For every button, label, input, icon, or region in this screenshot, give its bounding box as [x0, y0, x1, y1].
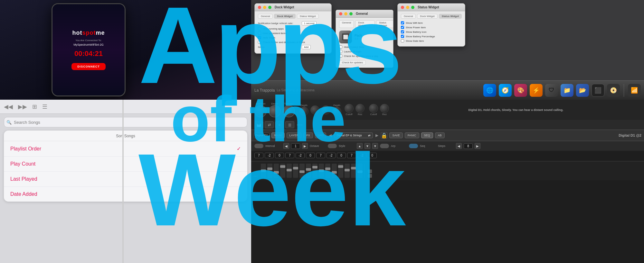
dock-icon-folder2[interactable]: 📂: [576, 84, 589, 97]
search-input[interactable]: [4, 117, 247, 127]
knob-rez1[interactable]: [355, 104, 365, 113]
pack-close-dot[interactable]: [339, 12, 342, 15]
seq-icon-bars[interactable]: |||: [285, 121, 294, 128]
dock-icon-terminal[interactable]: ⬛: [592, 84, 604, 97]
check-persistent[interactable]: [258, 32, 261, 35]
knob-tremolo[interactable]: [283, 105, 295, 117]
forward-icon[interactable]: ▶▶: [18, 103, 27, 110]
tab-dock-widget[interactable]: Dock Widget: [274, 14, 295, 19]
sv-1-2[interactable]: -2: [265, 153, 274, 158]
seq-icon-piano[interactable]: 🎹: [254, 121, 263, 128]
knob-extra2[interactable]: [321, 105, 330, 114]
sort-item-last-played[interactable]: Last Played: [4, 172, 247, 187]
preset-icon-btn[interactable]: 🔒: [381, 132, 387, 139]
sv-1-5[interactable]: -2: [296, 153, 305, 158]
dock-icon-wifi[interactable]: 📶: [628, 84, 641, 97]
small-ctrl-2[interactable]: [368, 174, 372, 178]
status-zoom-dot[interactable]: [411, 6, 414, 9]
small-ctrl-1[interactable]: [368, 169, 372, 173]
slider-10[interactable]: [319, 164, 324, 178]
slider-8[interactable]: [306, 164, 311, 178]
check-updates-btn[interactable]: Check for updates: [339, 60, 366, 65]
status-tab-gen[interactable]: General: [401, 14, 416, 19]
lfo-tab[interactable]: LFO: [315, 132, 327, 138]
slider-15[interactable]: [351, 164, 356, 178]
arp-toggle[interactable]: [254, 144, 263, 148]
fx-tab[interactable]: FX: [303, 132, 313, 138]
dock-icon-app1[interactable]: 📀: [607, 84, 620, 97]
sv-1-10[interactable]: 7: [347, 153, 356, 158]
check-finder[interactable]: [258, 41, 261, 44]
show-date[interactable]: [401, 39, 404, 42]
slider-12[interactable]: [332, 164, 337, 178]
pack-tab-dock[interactable]: Dock Widget: [355, 20, 375, 28]
sv-1-7[interactable]: 7: [316, 153, 325, 158]
sv-1-4[interactable]: 7: [285, 153, 294, 158]
seq-icon-list[interactable]: ≡: [275, 121, 284, 128]
dock-icon-globe[interactable]: 🌐: [483, 84, 496, 97]
steps-inc[interactable]: ▶: [475, 143, 480, 149]
pack-tab-status[interactable]: Status Widget: [376, 20, 393, 28]
slider-1[interactable]: [261, 164, 266, 178]
interval-dec[interactable]: ◀: [283, 143, 289, 149]
slider-7[interactable]: [299, 164, 305, 178]
dock-icon-sublimetext[interactable]: ⚡: [530, 84, 543, 97]
status-tab-status[interactable]: Status Widget: [439, 14, 462, 19]
grid-icon[interactable]: ⊞: [32, 103, 37, 110]
interval-inc[interactable]: ▶: [302, 143, 308, 149]
items-dropdown[interactable]: Add: [302, 45, 311, 49]
dock-icon-screentime[interactable]: 🛡: [545, 84, 558, 97]
list-icon[interactable]: ☰: [42, 103, 47, 110]
disconnect-button[interactable]: DISCONNECT: [71, 63, 106, 70]
slider-11[interactable]: [325, 164, 330, 178]
style-up[interactable]: ▲: [357, 143, 363, 149]
dock-icon-folder1[interactable]: 📁: [561, 84, 573, 97]
arp-on-toggle[interactable]: [380, 144, 389, 148]
status-min-dot[interactable]: [406, 6, 409, 9]
sort-item-date-added[interactable]: Date Added: [4, 187, 247, 202]
sv-1-12[interactable]: 0: [368, 153, 377, 158]
check-running-apps[interactable]: [258, 27, 261, 30]
tab-status-widget[interactable]: Status Widget: [297, 14, 319, 19]
main-tab[interactable]: MAIN: [271, 132, 285, 138]
slider-14[interactable]: [345, 164, 350, 178]
pack-launch[interactable]: [339, 50, 342, 53]
knob-cutoff1[interactable]: [345, 104, 354, 113]
octave-toggle[interactable]: [328, 144, 337, 148]
pack-zoom-dot[interactable]: [349, 12, 353, 15]
seq-icon-arrows[interactable]: ⇄: [265, 121, 274, 128]
sv-1-8[interactable]: -2: [327, 153, 336, 158]
slider-13[interactable]: [338, 164, 343, 178]
slider-6[interactable]: [293, 164, 298, 178]
slider-4[interactable]: [280, 164, 285, 178]
preset-selector[interactable]: Digital EP & Strings ⇄: [334, 132, 373, 138]
panic-btn[interactable]: PANIC: [405, 132, 419, 138]
style-down[interactable]: ▼: [365, 143, 370, 149]
layer-tab[interactable]: LAYER: [287, 132, 302, 138]
save-btn[interactable]: SAVE: [389, 132, 402, 138]
show-wifi[interactable]: [401, 21, 404, 24]
slider-16[interactable]: [357, 164, 363, 178]
back-icon[interactable]: ◀◀: [4, 103, 13, 110]
seq-btn[interactable]: SEQ: [421, 132, 433, 138]
knob-extra1[interactable]: [310, 105, 319, 114]
sv-1-9[interactable]: 0: [337, 153, 346, 158]
show-battery-icon[interactable]: [401, 30, 404, 33]
sv-1-1[interactable]: 7: [254, 153, 263, 158]
knob-depth2[interactable]: [299, 107, 308, 116]
knob-autopan[interactable]: [254, 105, 267, 117]
minimize-dot[interactable]: [263, 6, 266, 9]
status-close-dot[interactable]: [401, 6, 404, 9]
knob-depth1[interactable]: [269, 105, 281, 117]
close-dot[interactable]: [258, 6, 261, 9]
pack-hide-control[interactable]: [339, 45, 342, 49]
slider-2[interactable]: [267, 164, 272, 178]
tab-general[interactable]: General: [258, 14, 273, 19]
dock-icon-safari[interactable]: 🧭: [499, 84, 512, 97]
prev-preset-btn[interactable]: ◀: [329, 133, 332, 138]
knob-depth3[interactable]: [332, 107, 341, 116]
sort-item-playlist-order[interactable]: Playlist Order ✓: [4, 141, 247, 157]
steps-dec[interactable]: ◀: [456, 143, 462, 149]
sv-1-11[interactable]: -2: [357, 153, 366, 158]
ab-btn[interactable]: AB: [435, 132, 445, 138]
